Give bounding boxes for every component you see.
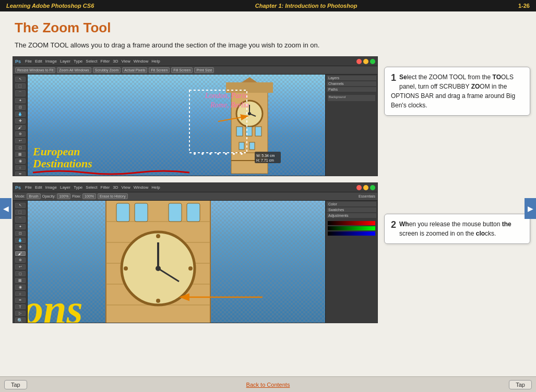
layers-tab[interactable]: Layers	[327, 76, 376, 80]
tool-brush[interactable]: 🖌	[15, 125, 26, 130]
window-maximize-1[interactable]	[370, 59, 375, 64]
ps-menu-help[interactable]: Help	[151, 59, 160, 64]
ps-menu-image[interactable]: Image	[45, 59, 57, 64]
tool-history[interactable]: ↩	[15, 138, 26, 143]
prev-page-button[interactable]	[0, 198, 11, 219]
adjustments-tab[interactable]: Adjustments	[327, 213, 376, 218]
tool-select[interactable]: ⬚	[15, 83, 26, 89]
actual-pixels-btn[interactable]: Actual Pixels	[122, 67, 147, 73]
svg-point-19	[194, 153, 196, 155]
tool-pen-2[interactable]: ✒	[15, 298, 26, 303]
swatches-tab[interactable]: Swatches	[327, 207, 376, 212]
tool-text-2[interactable]: T	[15, 304, 26, 309]
tool-heal[interactable]: ✚	[15, 118, 26, 124]
ps-menu-edit-2[interactable]: Edit	[35, 185, 42, 190]
tool-brush-2[interactable]: 🖌	[15, 251, 26, 256]
svg-rect-49	[187, 203, 200, 222]
tool-stamp-2[interactable]: ⊕	[15, 258, 26, 263]
big-ben-svg-1: London, Paris Rome, Berlin European Dest…	[28, 75, 325, 176]
tool-eraser[interactable]: ◻	[15, 145, 26, 150]
tool-move-2[interactable]: ↖	[15, 203, 26, 208]
tool-heal-2[interactable]: ✚	[15, 244, 26, 250]
tool-zoom-2[interactable]: 🔍	[15, 317, 26, 323]
ps-main-canvas-2: ons	[28, 201, 325, 323]
ps-menu-window-2[interactable]: Window	[134, 185, 148, 190]
fill-screen-btn[interactable]: Fill Screen	[171, 67, 193, 73]
ps-menu-layer-2[interactable]: Layer	[60, 185, 70, 190]
svg-rect-9	[255, 127, 261, 136]
scrubby-zoom-btn[interactable]: Scrubby Zoom	[93, 67, 121, 73]
tool-magic[interactable]: ✦	[15, 98, 26, 103]
ps-menu-window[interactable]: Window	[134, 59, 148, 64]
flow-val[interactable]: 100%	[82, 193, 96, 199]
tool-path-2[interactable]: ▷	[15, 311, 26, 316]
window-minimize-2[interactable]	[363, 185, 368, 190]
ps-main-canvas-1: London, Paris Rome, Berlin European Dest…	[28, 75, 325, 176]
window-minimize-1[interactable]	[363, 59, 368, 64]
page-footer: Tap Back to Contents Tap	[0, 376, 536, 392]
ps-menu-file[interactable]: File	[25, 59, 32, 64]
fit-screen-btn[interactable]: Fit Screen	[149, 67, 170, 73]
svg-point-42	[156, 234, 160, 238]
resize-windows-btn[interactable]: Resize Windows to Fit	[15, 67, 55, 73]
tool-dodge[interactable]: ○	[15, 165, 26, 170]
tool-crop-2[interactable]: ⊡	[15, 231, 26, 236]
tool-gradient-2[interactable]: ▦	[15, 278, 26, 283]
ps-menu-filter[interactable]: Filter	[101, 59, 110, 64]
paths-tab[interactable]: Paths	[327, 87, 376, 92]
tool-eyedrop[interactable]: 💧	[15, 112, 26, 117]
svg-text:London, Paris: London, Paris	[205, 92, 247, 100]
tool-eyedrop-2[interactable]: 💧	[15, 238, 26, 243]
erase-history-btn[interactable]: Erase to History	[98, 193, 128, 199]
tap-right-button[interactable]: Tap	[509, 380, 532, 389]
window-controls-2	[356, 185, 375, 190]
tool-blur[interactable]: ◉	[15, 158, 26, 164]
brush-btn[interactable]: Brush	[27, 193, 40, 199]
tool-select-2[interactable]: ⬚	[15, 210, 26, 215]
ps-menu-type-2[interactable]: Type	[74, 185, 82, 190]
tool-blur-2[interactable]: ◉	[15, 285, 26, 290]
ps-menu-filter-2[interactable]: Filter	[101, 185, 110, 190]
ps-menu-3d[interactable]: 3D	[113, 59, 118, 64]
svg-rect-11	[249, 142, 255, 150]
ps-menu-image-2[interactable]: Image	[45, 185, 57, 190]
page-header: Learning Adobe Photoshop CS6 Chapter 1: …	[0, 0, 536, 11]
opacity-val[interactable]: 100%	[57, 193, 70, 199]
tool-magic-2[interactable]: ✦	[15, 224, 26, 229]
ps-menu-select[interactable]: Select	[86, 59, 97, 64]
ps-menu-file-2[interactable]: File	[25, 185, 32, 190]
ps-menu-select-2[interactable]: Select	[86, 185, 97, 190]
tool-crop[interactable]: ⊡	[15, 105, 26, 110]
ps-optionsbar-1: Resize Windows to Fit Zoom All Windows S…	[13, 66, 377, 75]
ps-menu-help-2[interactable]: Help	[151, 185, 160, 190]
window-maximize-2[interactable]	[370, 185, 375, 190]
channels-tab[interactable]: Channels	[327, 81, 376, 86]
print-size-btn[interactable]: Print Size	[194, 67, 214, 73]
ps-menu-layer[interactable]: Layer	[60, 59, 70, 64]
tool-lasso-2[interactable]: ⌒	[15, 216, 26, 223]
zoom-all-btn[interactable]: Zoom All Windows	[57, 67, 91, 73]
tool-history-2[interactable]: ↩	[15, 264, 26, 270]
tool-pen[interactable]: ✒	[15, 172, 26, 176]
tap-left-button[interactable]: Tap	[4, 380, 27, 389]
next-page-button[interactable]	[525, 198, 536, 219]
color-tab[interactable]: Color	[327, 202, 376, 206]
window-close-2[interactable]	[356, 185, 362, 190]
tool-dodge-2[interactable]: ○	[15, 291, 26, 296]
ps-menu-edit[interactable]: Edit	[35, 59, 42, 64]
svg-text:Rome, Berlin: Rome, Berlin	[210, 101, 249, 109]
tool-gradient[interactable]: ▦	[15, 152, 26, 157]
ps-menu-view[interactable]: View	[122, 59, 130, 64]
canvas-bg-2: ons	[28, 201, 325, 323]
window-close-1[interactable]	[356, 59, 362, 64]
svg-point-23	[225, 153, 227, 155]
ps-right-panel-1: Layers Channels Paths Background	[325, 75, 377, 176]
ps-menu-type[interactable]: Type	[74, 59, 82, 64]
ps-menu-3d-2[interactable]: 3D	[113, 185, 118, 190]
back-to-contents-link[interactable]: Back to Contents	[246, 382, 290, 388]
ps-menu-view-2[interactable]: View	[122, 185, 130, 190]
tool-eraser-2[interactable]: ◻	[15, 271, 26, 276]
tool-lasso[interactable]: ⌒	[15, 90, 26, 96]
tool-stamp[interactable]: ⊕	[15, 131, 26, 137]
tool-move[interactable]: ↖	[15, 77, 26, 82]
